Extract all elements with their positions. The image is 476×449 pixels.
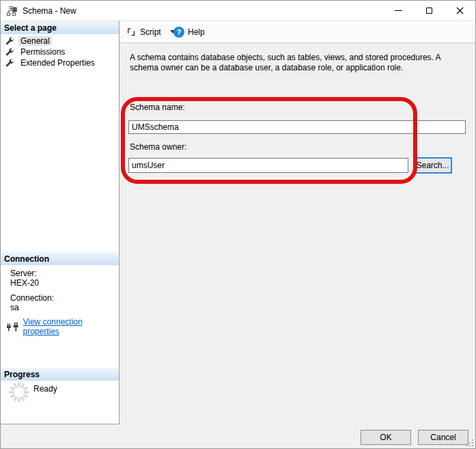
- cancel-button[interactable]: Cancel: [418, 430, 468, 445]
- wrench-icon: [5, 37, 14, 46]
- schema-name-input[interactable]: [128, 120, 466, 134]
- select-page-header: Select a page: [1, 21, 119, 34]
- minimize-button[interactable]: [383, 1, 414, 21]
- progress-status: Ready: [33, 384, 57, 394]
- progress-spinner-icon: [8, 381, 31, 404]
- script-icon: [126, 27, 137, 38]
- minimize-icon: [395, 10, 402, 11]
- schema-owner-input[interactable]: [128, 158, 408, 173]
- script-button[interactable]: Script: [126, 21, 176, 42]
- view-connection-properties-link[interactable]: View connection properties: [23, 317, 119, 336]
- wrench-icon: [5, 48, 14, 57]
- close-icon: [456, 7, 464, 14]
- schema-new-dialog: Schema - New Select a page General Permi…: [0, 0, 476, 449]
- connection-value: sa: [10, 303, 19, 312]
- connection-header: Connection: [1, 252, 119, 265]
- resize-grip[interactable]: [466, 439, 474, 447]
- maximize-icon: [426, 8, 432, 14]
- sidebar: Select a page General Permissions Extend…: [1, 21, 120, 424]
- script-label: Script: [140, 27, 161, 37]
- maximize-button[interactable]: [414, 1, 445, 21]
- toolbar: Script ? Help: [120, 21, 475, 43]
- server-label: Server:: [10, 269, 37, 278]
- schema-description: A schema contains database objects, such…: [130, 53, 467, 73]
- schema-name-label: Schema name:: [130, 103, 185, 112]
- schema-icon: [7, 5, 18, 16]
- sidebar-item-extended-properties[interactable]: Extended Properties: [1, 57, 119, 68]
- schema-owner-label: Schema owner:: [130, 142, 186, 152]
- search-button[interactable]: Search...: [413, 157, 452, 174]
- help-button[interactable]: ? Help: [173, 21, 205, 42]
- progress-header: Progress: [1, 368, 119, 381]
- sidebar-item-permissions[interactable]: Permissions: [1, 46, 119, 57]
- sidebar-item-label: General: [18, 36, 52, 46]
- wrench-icon: [5, 59, 14, 68]
- sidebar-item-general[interactable]: General: [1, 36, 119, 46]
- server-value: HEX-20: [10, 278, 39, 288]
- help-label: Help: [188, 27, 205, 37]
- sidebar-item-label: Extended Properties: [18, 58, 97, 68]
- main-panel: Script ? Help A schema contains database…: [120, 21, 475, 424]
- title-bar: Schema - New: [1, 1, 475, 21]
- connection-properties-icon: [5, 322, 20, 332]
- ok-button[interactable]: OK: [361, 430, 411, 445]
- sidebar-item-label: Permissions: [18, 47, 67, 57]
- window-title: Schema - New: [23, 6, 76, 16]
- help-icon: ?: [173, 27, 184, 38]
- view-connection-properties-row: View connection properties: [5, 317, 119, 336]
- close-button[interactable]: [445, 1, 475, 21]
- connection-label: Connection:: [10, 293, 54, 303]
- footer: OK Cancel: [1, 424, 475, 448]
